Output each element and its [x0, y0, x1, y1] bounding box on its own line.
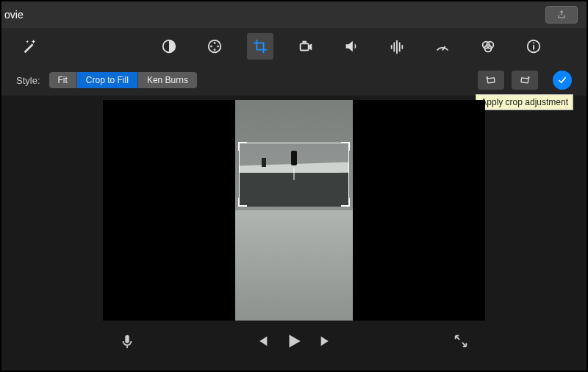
next-icon: [318, 333, 334, 349]
prev-button[interactable]: [254, 333, 270, 352]
equalizer-icon: [389, 38, 405, 54]
mic-icon: [119, 333, 135, 349]
preview-viewer[interactable]: [103, 100, 485, 321]
svg-rect-18: [533, 43, 534, 44]
expand-icon: [453, 333, 469, 349]
apply-tooltip: Apply crop adjustment: [476, 94, 573, 110]
transport-bar: [1, 321, 587, 365]
svg-point-4: [214, 49, 216, 51]
svg-rect-7: [302, 41, 306, 43]
crop-handle-tr[interactable]: [341, 142, 350, 151]
video-clip: [235, 100, 353, 321]
enhance-tool[interactable]: [16, 33, 43, 60]
prev-icon: [254, 333, 270, 349]
color-correct-tool[interactable]: [475, 33, 501, 60]
speed-tool[interactable]: [429, 33, 456, 60]
apply-crop-button[interactable]: [553, 71, 572, 90]
rotate-cw-icon: [517, 74, 532, 86]
half-circle-icon: [161, 38, 177, 54]
fullscreen-button[interactable]: [453, 333, 469, 352]
svg-point-5: [210, 46, 212, 48]
color-wheel-tool[interactable]: [201, 33, 228, 60]
adjust-toolbar: [1, 28, 587, 65]
svg-rect-12: [401, 45, 403, 49]
crop-tool[interactable]: [247, 33, 273, 60]
crop-style-row: Style: Fit Crop to Fill Ken Burns Apply …: [1, 65, 587, 96]
svg-rect-19: [487, 78, 495, 83]
speaker-icon: [343, 38, 359, 54]
rotate-cw-button[interactable]: [512, 71, 538, 90]
style-label: Style:: [16, 75, 40, 86]
voiceover-button[interactable]: [119, 333, 135, 352]
style-ken-burns[interactable]: Ken Burns: [138, 72, 197, 88]
svg-rect-8: [391, 45, 392, 49]
style-segment: Fit Crop to Fill Ken Burns: [49, 72, 197, 88]
svg-rect-20: [521, 78, 528, 83]
svg-rect-6: [301, 43, 309, 50]
gauge-icon: [434, 38, 451, 54]
rotate-ccw-icon: [484, 74, 498, 86]
volume-tool[interactable]: [338, 33, 365, 60]
svg-rect-11: [399, 43, 401, 52]
noise-tool[interactable]: [384, 33, 410, 60]
window-title: ovie: [1, 9, 24, 21]
crop-handle-bl[interactable]: [238, 198, 247, 207]
play-icon: [284, 332, 304, 351]
info-icon: [526, 38, 542, 54]
style-crop-to-fill[interactable]: Crop to Fill: [77, 72, 138, 88]
stabilize-tool[interactable]: [293, 33, 319, 60]
crop-rectangle[interactable]: [239, 143, 349, 206]
crop-icon: [252, 38, 268, 54]
rotate-ccw-button[interactable]: [478, 71, 504, 90]
share-button[interactable]: [545, 6, 578, 24]
style-fit[interactable]: Fit: [49, 72, 77, 88]
share-icon: [556, 10, 567, 20]
svg-rect-10: [396, 40, 398, 54]
svg-rect-21: [125, 335, 129, 343]
titlebar: ovie: [1, 1, 587, 28]
color-balance-tool[interactable]: [156, 33, 182, 60]
svg-point-2: [214, 42, 216, 44]
next-button[interactable]: [318, 333, 334, 352]
svg-point-3: [217, 46, 219, 48]
crop-handle-br[interactable]: [341, 198, 350, 207]
info-tool[interactable]: [520, 33, 547, 60]
overlap-circles-icon: [480, 38, 496, 54]
play-button[interactable]: [284, 332, 304, 354]
svg-rect-9: [393, 43, 395, 52]
camera-icon: [298, 38, 314, 54]
crop-handle-tl[interactable]: [238, 142, 247, 151]
wand-icon: [21, 38, 37, 54]
svg-rect-17: [533, 45, 534, 49]
check-icon: [556, 74, 568, 86]
palette-icon: [207, 38, 223, 54]
